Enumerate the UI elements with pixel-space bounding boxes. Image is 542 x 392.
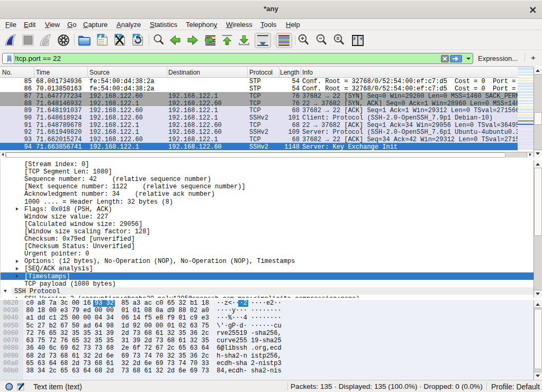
svg-text:0111: 0111: [98, 43, 104, 45]
